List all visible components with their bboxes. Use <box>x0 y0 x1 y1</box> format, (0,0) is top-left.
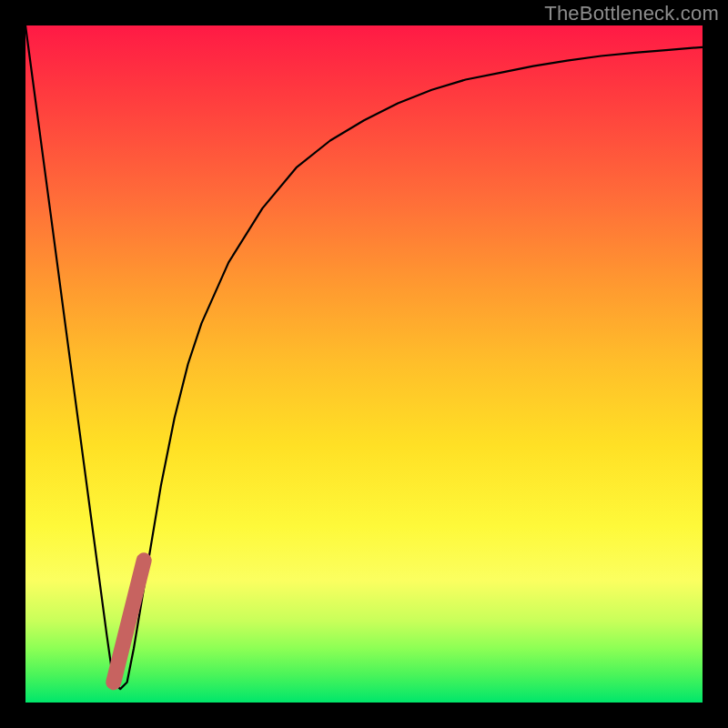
bottleneck-curve <box>25 25 703 689</box>
chart-svg <box>0 0 728 728</box>
highlight-marker <box>114 561 145 682</box>
curve-group <box>25 25 703 689</box>
chart-container: TheBottleneck.com <box>0 0 728 728</box>
